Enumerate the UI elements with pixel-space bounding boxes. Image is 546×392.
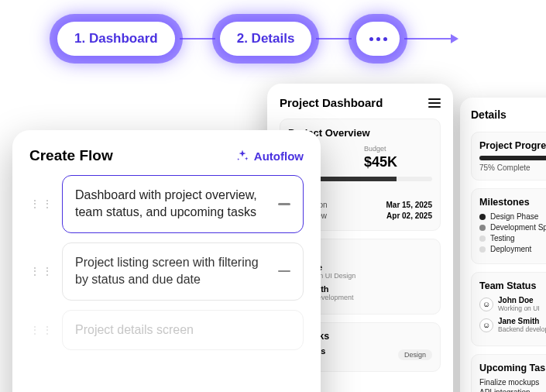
step-dashboard[interactable]: 1. Dashboard <box>57 22 175 56</box>
drag-handle-icon[interactable]: ⋮⋮ <box>29 201 54 206</box>
create-flow-title: Create Flow <box>29 147 113 164</box>
connector <box>316 38 352 40</box>
avatar: ☺ <box>479 318 493 332</box>
team-row: ☺ Jane SmithBackend development <box>479 317 546 333</box>
flow-item[interactable]: Project details screen <box>62 310 304 350</box>
team-status-title: Team Status <box>479 280 546 291</box>
milestone-row: Testing <box>479 234 546 242</box>
flow-item-text: Project listing screen with filtering by… <box>75 254 269 289</box>
progress-bar <box>479 156 546 160</box>
milestones-block: Milestones Design Phase Development Spri… <box>471 188 546 264</box>
remove-icon[interactable] <box>278 203 290 205</box>
budget-stat: Budget $45K <box>364 145 432 170</box>
milestone-dot-icon <box>479 236 486 242</box>
milestone-dot-icon <box>479 246 486 253</box>
progress-text: 75% Complete <box>479 163 546 172</box>
milestone-row: Design Phase <box>479 212 546 221</box>
connector <box>180 38 215 40</box>
drag-handle-icon[interactable]: ⋮⋮ <box>29 328 54 332</box>
sparkle-icon <box>235 149 249 163</box>
details-title: Details <box>471 108 546 121</box>
task-row: API integration <box>479 388 546 392</box>
milestone-dot-icon <box>479 214 486 220</box>
remove-icon[interactable] <box>278 270 290 273</box>
breadcrumb: 1. Dashboard 2. Details <box>57 22 458 56</box>
project-progress-block: Project Progress 75% Complete <box>471 132 546 181</box>
menu-icon[interactable] <box>428 98 441 108</box>
milestone-row: Deployment <box>479 245 546 253</box>
flow-item[interactable]: Project listing screen with filtering by… <box>62 242 304 301</box>
upcoming-tasks-block: Upcoming Tasks Finalize mockups API inte… <box>471 354 546 392</box>
flow-item[interactable]: Dashboard with project overview, team st… <box>62 175 304 233</box>
drag-handle-icon[interactable]: ⋮⋮ <box>29 269 54 273</box>
progress-title: Project Progress <box>479 140 546 151</box>
flow-item-text: Project details screen <box>75 322 269 339</box>
details-card: Details Project Progress 75% Complete Mi… <box>460 98 546 392</box>
upcoming-title: Upcoming Tasks <box>479 363 546 373</box>
step-more[interactable] <box>356 22 400 56</box>
autoflow-label: Autoflow <box>254 150 304 163</box>
task-badge: Design <box>398 349 432 360</box>
team-row: ☺ John DoeWorking on UI <box>479 296 546 312</box>
ellipsis-icon <box>369 37 387 41</box>
dashboard-title: Project Dashboard <box>280 96 383 109</box>
flow-item-text: Dashboard with project overview, team st… <box>75 187 269 222</box>
milestone-row: Development Sprint 1 <box>479 223 546 232</box>
arrow-right-icon <box>404 34 458 43</box>
step-details[interactable]: 2. Details <box>220 22 312 56</box>
team-status-block: Team Status ☺ John DoeWorking on UI ☺ Ja… <box>471 272 546 346</box>
milestone-dot-icon <box>479 225 486 231</box>
task-row: Finalize mockups <box>479 378 546 387</box>
autoflow-button[interactable]: Autoflow <box>235 149 304 163</box>
milestones-title: Milestones <box>479 197 546 208</box>
create-flow-card: Create Flow Autoflow ⋮⋮ Dashboard with p… <box>12 130 321 392</box>
avatar: ☺ <box>479 297 493 311</box>
